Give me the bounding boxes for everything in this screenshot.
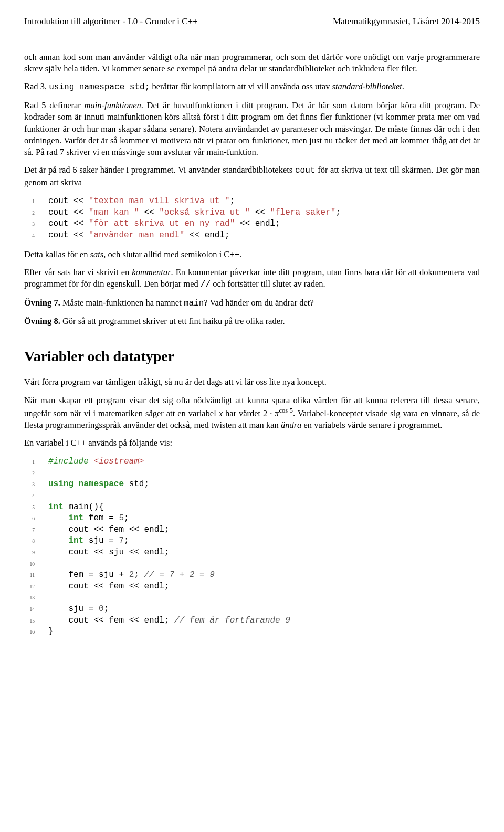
line-number: 8 [24, 538, 48, 545]
paragraph: Rad 5 definerar main-funktionen. Det är … [24, 100, 480, 158]
section-heading: Variabler och datatyper [24, 346, 480, 366]
line-number: 16 [24, 629, 48, 636]
line-number: 5 [24, 504, 48, 511]
code-block-cout: 1cout << "texten man vill skriva ut "; 2… [24, 196, 480, 241]
line-number: 6 [24, 515, 48, 522]
paragraph: Efter vår sats har vi skrivit en komment… [24, 267, 480, 291]
page-header: Introduktion till algoritmer - L0 - Grun… [24, 16, 480, 28]
paragraph: När man skapar ett program visar det sig… [24, 395, 480, 431]
paragraph: och annan kod som man använder väldigt o… [24, 51, 480, 75]
line-number: 12 [24, 584, 48, 591]
line-number: 2 [24, 470, 48, 477]
paragraph: Det är på rad 6 saker händer i programme… [24, 164, 480, 188]
exercise-8: Övning 8. Gör så att programmet skriver … [24, 315, 480, 327]
paragraph: Detta kallas för en sats, och slutar all… [24, 249, 480, 260]
line-number: 2 [24, 210, 48, 217]
code-block-variables: 1#include <iostream> 2 3using namespace … [24, 456, 480, 638]
paragraph: En variabel i C++ används på följande vi… [24, 437, 480, 449]
exercise-7: Övning 7. Måste main-funktionen ha namne… [24, 297, 480, 310]
line-number: 10 [24, 561, 48, 568]
line-number: 4 [24, 233, 48, 239]
inline-code: // [201, 280, 211, 289]
header-rule [24, 30, 480, 30]
line-number: 7 [24, 527, 48, 534]
line-number: 9 [24, 550, 48, 556]
line-number: 3 [24, 481, 48, 488]
line-number: 1 [24, 459, 48, 466]
line-number: 1 [24, 198, 48, 205]
line-number: 13 [24, 595, 48, 602]
paragraph: Rad 3, using namespace std; berättar för… [24, 81, 480, 93]
line-number: 15 [24, 618, 48, 625]
inline-code: using namespace std; [49, 82, 150, 92]
header-left: Introduktion till algoritmer - L0 - Grun… [24, 16, 198, 28]
line-number: 4 [24, 493, 48, 500]
line-number: 3 [24, 221, 48, 228]
paragraph: Vårt förra program var tämligen tråkigt,… [24, 376, 480, 388]
inline-code: main [184, 299, 204, 308]
line-number: 11 [24, 572, 48, 579]
line-number: 14 [24, 606, 48, 613]
header-right: Matematikgymnasiet, Läsåret 2014-2015 [333, 16, 480, 28]
inline-code: cout [295, 166, 315, 175]
